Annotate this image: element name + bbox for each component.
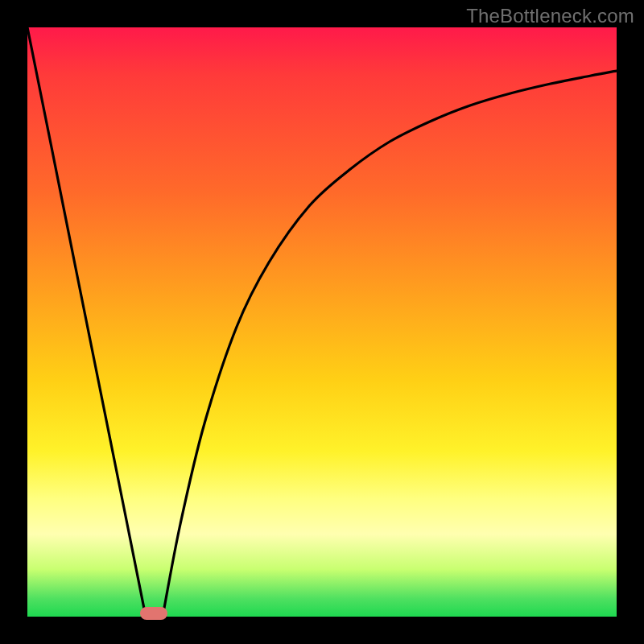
- curve-path: [27, 27, 617, 617]
- plot-area: [27, 27, 617, 617]
- curve-group: [27, 27, 617, 617]
- min-marker: [140, 607, 167, 620]
- chart-frame: TheBottleneck.com: [0, 0, 644, 644]
- curve-svg: [27, 27, 617, 617]
- watermark-text: TheBottleneck.com: [466, 5, 634, 27]
